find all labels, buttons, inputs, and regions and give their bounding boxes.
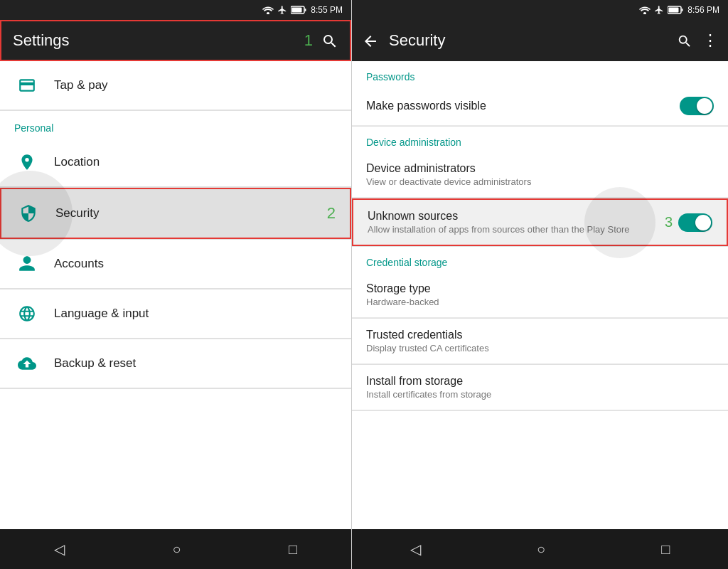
make-passwords-knob bbox=[697, 98, 712, 114]
step-3-badge: 3 bbox=[665, 214, 673, 230]
back-arrow-icon bbox=[362, 33, 379, 50]
personal-section-header: Personal bbox=[0, 111, 351, 138]
nav-bar-left: ◁ ○ □ bbox=[0, 529, 351, 569]
svg-point-4 bbox=[643, 12, 646, 14]
security-toolbar: Security ⋮ bbox=[352, 20, 728, 61]
tap-pay-label: Tap & pay bbox=[54, 78, 108, 92]
svg-rect-2 bbox=[292, 8, 302, 13]
make-passwords-toggle[interactable] bbox=[680, 97, 714, 115]
nav-back-left[interactable]: ◁ bbox=[54, 541, 65, 558]
security-page-title: Security bbox=[389, 31, 667, 50]
backup-icon-wrap bbox=[14, 351, 40, 376]
device-admins-text: Device administrators View or deactivate… bbox=[366, 162, 714, 187]
divider-r6 bbox=[352, 410, 728, 411]
trusted-credentials-item[interactable]: Trusted credentials Display trusted CA c… bbox=[352, 319, 728, 364]
nav-home-right[interactable]: ○ bbox=[537, 541, 545, 558]
location-label: Location bbox=[54, 155, 100, 169]
status-bar-right: 8:56 PM bbox=[352, 0, 728, 20]
unknown-sources-knob bbox=[695, 215, 711, 230]
step-2-badge: 2 bbox=[327, 204, 336, 223]
back-button[interactable] bbox=[362, 31, 379, 50]
language-icon-wrap bbox=[14, 301, 40, 326]
install-from-storage-item[interactable]: Install from storage Install certificate… bbox=[352, 365, 728, 410]
accounts-label: Accounts bbox=[54, 257, 104, 271]
storage-type-item[interactable]: Storage type Hardware-backed bbox=[352, 272, 728, 318]
settings-title: Settings bbox=[13, 31, 304, 50]
setting-item-tap-pay[interactable]: Tap & pay bbox=[0, 61, 351, 110]
nav-back-right[interactable]: ◁ bbox=[410, 541, 421, 558]
device-admins-title: Device administrators bbox=[366, 162, 714, 175]
settings-list: Tap & pay Personal Location Security bbox=[0, 61, 351, 529]
unknown-sources-item[interactable]: Unknown sources Allow installation of ap… bbox=[352, 198, 728, 246]
make-passwords-visible-item[interactable]: Make passwords visible bbox=[352, 87, 728, 126]
search-button-right[interactable] bbox=[677, 31, 692, 50]
search-icon-left bbox=[321, 33, 338, 50]
time-right: 8:56 PM bbox=[687, 5, 719, 15]
unknown-sources-toggle[interactable] bbox=[678, 213, 712, 232]
location-icon bbox=[18, 153, 36, 171]
backup-label: Backup & reset bbox=[54, 356, 136, 371]
step-1-badge: 1 bbox=[304, 31, 313, 50]
nav-home-left[interactable]: ○ bbox=[172, 541, 181, 558]
accounts-icon-wrap bbox=[14, 251, 40, 277]
search-icon-right bbox=[677, 33, 692, 49]
security-content: Passwords Make passwords visible Device … bbox=[352, 61, 728, 529]
svg-point-0 bbox=[267, 12, 269, 14]
more-options-button[interactable]: ⋮ bbox=[702, 31, 718, 50]
tap-pay-icon bbox=[18, 76, 36, 95]
backup-icon bbox=[18, 354, 36, 373]
nav-recents-right[interactable]: □ bbox=[661, 541, 670, 558]
accounts-icon bbox=[18, 255, 36, 273]
setting-item-backup[interactable]: Backup & reset bbox=[0, 339, 351, 388]
search-button-left[interactable] bbox=[321, 31, 338, 50]
airplane-icon bbox=[277, 5, 287, 15]
security-ripple bbox=[584, 187, 655, 258]
setting-item-security[interactable]: Security 2 bbox=[0, 188, 351, 239]
trusted-credentials-title: Trusted credentials bbox=[366, 329, 714, 341]
airplane-icon-right bbox=[654, 5, 664, 15]
status-bar-left: 8:55 PM bbox=[0, 0, 351, 20]
setting-item-language[interactable]: Language & input bbox=[0, 289, 351, 339]
divider-6 bbox=[0, 388, 351, 389]
storage-type-text: Storage type Hardware-backed bbox=[366, 282, 714, 307]
svg-rect-3 bbox=[305, 9, 306, 11]
battery-icon-right bbox=[668, 6, 683, 14]
make-passwords-text: Make passwords visible bbox=[366, 100, 680, 112]
time-left: 8:55 PM bbox=[311, 5, 343, 15]
status-icons-right bbox=[639, 5, 683, 15]
credential-storage-section-header: Credential storage bbox=[352, 247, 728, 272]
battery-icon bbox=[291, 6, 306, 14]
right-panel: 8:56 PM Security ⋮ Passwords Make passwo… bbox=[351, 0, 728, 569]
action-icons: ⋮ bbox=[677, 31, 718, 50]
svg-rect-6 bbox=[669, 8, 679, 13]
status-icons-left bbox=[262, 5, 306, 15]
make-passwords-title: Make passwords visible bbox=[366, 100, 680, 112]
storage-type-subtitle: Hardware-backed bbox=[366, 297, 714, 307]
left-panel: 8:55 PM Settings 1 Tap & pay Personal bbox=[0, 0, 351, 569]
language-icon bbox=[18, 304, 36, 323]
wifi-icon-right bbox=[639, 6, 651, 14]
tap-pay-icon-wrap bbox=[14, 73, 40, 98]
passwords-section-header: Passwords bbox=[352, 61, 728, 87]
storage-type-title: Storage type bbox=[366, 282, 714, 295]
language-label: Language & input bbox=[54, 307, 149, 321]
settings-toolbar: Settings 1 bbox=[0, 20, 351, 61]
device-admin-section-header: Device administration bbox=[352, 127, 728, 152]
install-from-storage-title: Install from storage bbox=[366, 375, 714, 388]
device-admins-subtitle: View or deactivate device administrators bbox=[366, 176, 714, 187]
install-from-storage-text: Install from storage Install certificate… bbox=[366, 375, 714, 400]
install-from-storage-subtitle: Install certificates from storage bbox=[366, 389, 714, 400]
nav-recents-left[interactable]: □ bbox=[289, 541, 297, 558]
trusted-credentials-text: Trusted credentials Display trusted CA c… bbox=[366, 329, 714, 353]
device-admins-item[interactable]: Device administrators View or deactivate… bbox=[352, 152, 728, 198]
nav-bar-right: ◁ ○ □ bbox=[352, 529, 728, 569]
wifi-icon bbox=[262, 6, 274, 14]
setting-item-accounts[interactable]: Accounts bbox=[0, 240, 351, 289]
trusted-credentials-subtitle: Display trusted CA certificates bbox=[366, 343, 714, 353]
svg-rect-7 bbox=[682, 9, 683, 11]
